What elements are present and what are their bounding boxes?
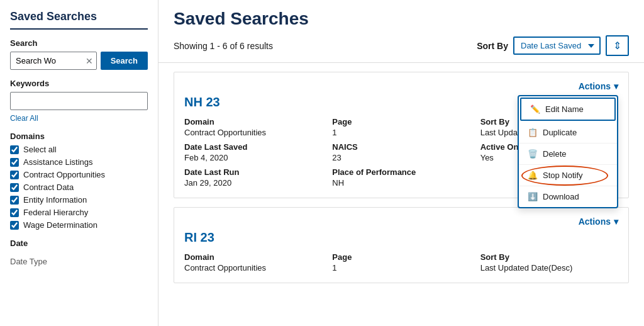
domain-contract-data-label: Contract Data	[23, 183, 74, 192]
clear-search-button[interactable]: ✕	[86, 57, 93, 65]
ri23-field-domain-value: Contract Opportunities	[184, 263, 322, 273]
dropdown-download-label: Download	[543, 192, 579, 201]
field-page-value: 1	[332, 128, 470, 137]
ri23-field-sort-by-value: Last Updated Date(Desc)	[480, 263, 618, 273]
dropdown-delete-label: Delete	[543, 149, 567, 159]
domain-contract-opportunities-label: Contract Opportunities	[23, 170, 105, 179]
date-label: Date	[10, 239, 148, 248]
field-page-label: Page	[332, 117, 470, 126]
edit-icon: ✏️	[530, 104, 540, 114]
sort-select[interactable]: Date Last Saved Date Last Run Name	[513, 37, 601, 55]
stop-notify-icon: 🔔	[528, 171, 538, 180]
card-nh23-actions-row: Actions ▾	[184, 81, 618, 91]
cards-area: Actions ▾ ✏️ Edit Name 📋 Duplicate 🗑️ De…	[158, 72, 644, 283]
download-icon: ⬇️	[528, 192, 538, 201]
domain-entity-information-checkbox[interactable]	[10, 196, 19, 205]
field-domain-value: Contract Opportunities	[184, 128, 322, 137]
main-header: Saved Searches Showing 1 - 6 of 6 result…	[158, 0, 644, 63]
domain-entity-information[interactable]: Entity Information	[10, 195, 148, 205]
ri23-field-domain-label: Domain	[184, 252, 322, 262]
domain-wage-determination[interactable]: Wage Determination	[10, 220, 148, 230]
domain-select-all[interactable]: Select all	[10, 145, 148, 154]
sidebar: Saved Searches Search ✕ Search Keywords …	[0, 0, 158, 326]
domain-assistance-listings[interactable]: Assistance Listings	[10, 157, 148, 167]
domain-wage-determination-checkbox[interactable]	[10, 221, 19, 230]
domain-contract-opportunities-checkbox[interactable]	[10, 171, 19, 179]
ri23-field-page-label: Page	[332, 252, 470, 262]
domain-select-all-checkbox[interactable]	[10, 145, 19, 154]
card-ri23-actions-row: Actions ▾	[184, 216, 618, 227]
main-content: Saved Searches Showing 1 - 6 of 6 result…	[158, 0, 644, 326]
field-place-of-performance-label: Place of Performance	[332, 167, 470, 177]
domain-federal-hierarchy-checkbox[interactable]	[10, 208, 19, 217]
domains-label: Domains	[10, 132, 148, 141]
domain-contract-data-checkbox[interactable]	[10, 183, 19, 192]
dropdown-item-delete[interactable]: 🗑️ Delete	[519, 143, 617, 165]
dropdown-edit-name-label: Edit Name	[545, 104, 584, 114]
delete-icon: 🗑️	[528, 149, 538, 159]
actions-chevron-icon: ▾	[614, 81, 618, 91]
search-section-label: Search	[10, 38, 148, 48]
ri23-field-domain: Domain Contract Opportunities	[184, 252, 322, 273]
keywords-label: Keywords	[10, 79, 148, 88]
domains-section: Domains Select all Assistance Listings C…	[10, 132, 148, 230]
field-date-last-run: Date Last Run Jan 29, 2020	[184, 167, 322, 188]
field-naics-value: 23	[332, 153, 470, 162]
actions-dropdown-menu: ✏️ Edit Name 📋 Duplicate 🗑️ Delete 🔔 Sto…	[518, 95, 618, 208]
ri23-field-sort-by-label: Sort By	[480, 252, 618, 262]
field-date-last-run-value: Jan 29, 2020	[184, 178, 322, 188]
domain-wage-determination-label: Wage Determination	[23, 220, 97, 230]
ri23-field-sort-by: Sort By Last Updated Date(Desc)	[480, 252, 618, 273]
domain-select-all-label: Select all	[23, 145, 57, 154]
dropdown-item-duplicate[interactable]: 📋 Duplicate	[519, 122, 617, 143]
search-row: ✕ Search	[10, 52, 148, 70]
date-type-label: Date Type	[10, 257, 148, 266]
search-button[interactable]: Search	[101, 52, 148, 70]
clear-all-link[interactable]: Clear All	[10, 114, 38, 123]
field-date-last-saved-label: Date Last Saved	[184, 142, 322, 152]
date-section: Date Date Type	[10, 239, 148, 266]
sort-by-label: Sort By	[477, 41, 508, 51]
dropdown-item-edit-name[interactable]: ✏️ Edit Name	[520, 98, 616, 121]
field-date-last-saved: Date Last Saved Feb 4, 2020	[184, 142, 322, 162]
field-page: Page 1	[332, 117, 470, 137]
actions-label: Actions	[579, 81, 611, 91]
field-domain: Domain Contract Opportunities	[184, 117, 322, 137]
sort-by-wrap: Sort By Date Last Saved Date Last Run Na…	[477, 35, 629, 56]
field-naics-label: NAICS	[332, 142, 470, 152]
results-sort-row: Showing 1 - 6 of 6 results Sort By Date …	[174, 35, 629, 56]
field-domain-label: Domain	[184, 117, 322, 126]
dropdown-item-download[interactable]: ⬇️ Download	[519, 186, 617, 207]
domain-federal-hierarchy-label: Federal Hierarchy	[23, 208, 88, 217]
card-nh23: Actions ▾ ✏️ Edit Name 📋 Duplicate 🗑️ De…	[174, 72, 629, 198]
card-ri23-title: RI 23	[184, 230, 618, 245]
sidebar-title: Saved Searches	[10, 10, 148, 30]
dropdown-duplicate-label: Duplicate	[543, 128, 577, 137]
search-input[interactable]	[10, 52, 97, 70]
ri23-field-page-value: 1	[332, 263, 470, 273]
card-nh23-actions-button[interactable]: Actions ▾	[579, 81, 618, 91]
field-place-of-performance-value: NH	[332, 178, 470, 188]
ri23-actions-label: Actions	[579, 216, 611, 227]
main-title: Saved Searches	[174, 9, 629, 29]
field-date-last-run-label: Date Last Run	[184, 167, 322, 177]
keywords-input[interactable]	[10, 92, 148, 110]
search-input-wrap: ✕	[10, 52, 97, 70]
domain-federal-hierarchy[interactable]: Federal Hierarchy	[10, 208, 148, 217]
domain-contract-opportunities[interactable]: Contract Opportunities	[10, 170, 148, 179]
sort-icon-button[interactable]: ⇕	[606, 35, 629, 56]
ri23-actions-chevron-icon: ▾	[614, 216, 618, 227]
domain-contract-data[interactable]: Contract Data	[10, 183, 148, 192]
card-ri23-actions-button[interactable]: Actions ▾	[579, 216, 618, 227]
sort-lines-icon: ⇕	[613, 40, 621, 52]
card-ri23: Actions ▾ RI 23 Domain Contract Opportun…	[174, 207, 629, 283]
results-count: Showing 1 - 6 of 6 results	[174, 41, 273, 51]
domain-assistance-listings-checkbox[interactable]	[10, 158, 19, 167]
dropdown-stop-notify-label: Stop Notify	[543, 171, 583, 180]
card-ri23-fields: Domain Contract Opportunities Page 1 Sor…	[184, 252, 618, 273]
ri23-field-page: Page 1	[332, 252, 470, 273]
field-place-of-performance: Place of Performance NH	[332, 167, 470, 188]
field-date-last-saved-value: Feb 4, 2020	[184, 153, 322, 162]
domain-assistance-listings-label: Assistance Listings	[23, 157, 93, 167]
dropdown-item-stop-notify[interactable]: 🔔 Stop Notify	[519, 165, 617, 186]
